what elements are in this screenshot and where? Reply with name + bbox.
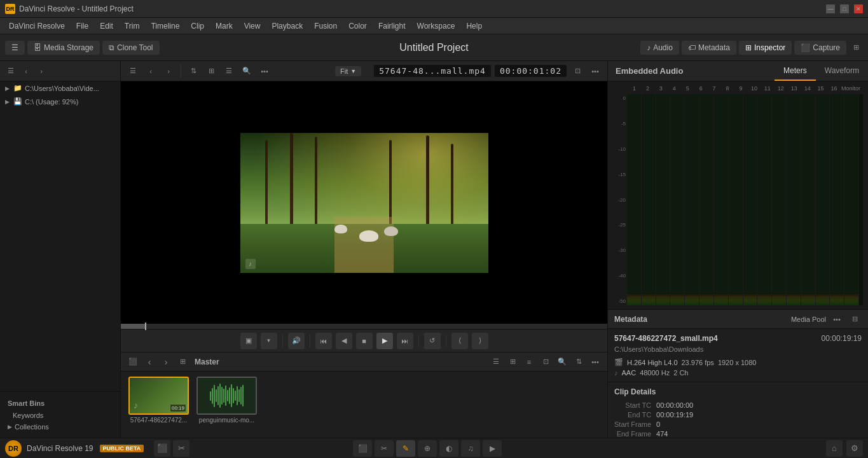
meta-sample-rate: 48000 Hz — [640, 369, 670, 377]
maximize-button[interactable]: □ — [840, 4, 849, 13]
ch10: 10 — [748, 85, 760, 92]
mp-back-btn[interactable]: ‹ — [142, 355, 156, 369]
clone-tool-button[interactable]: ⧉ Clone Tool — [102, 41, 159, 55]
taskbar-settings-icon[interactable]: ⚙ — [846, 440, 863, 457]
menu-edit[interactable]: Edit — [95, 20, 118, 32]
mp-search-icon[interactable]: 🔍 — [555, 355, 569, 369]
capture-button[interactable]: ⬛ Capture — [794, 41, 846, 55]
screen-toggle-button[interactable]: ▣ — [240, 333, 257, 349]
menu-color[interactable]: Color — [343, 20, 372, 32]
taskbar-btn2[interactable]: ✂ — [173, 440, 189, 457]
capture-icon: ⬛ — [801, 43, 810, 52]
minimize-button[interactable]: — — [826, 4, 835, 13]
taskbar-btn1[interactable]: ⬛ — [154, 440, 170, 457]
menu-davinci[interactable]: DaVinci Resolve — [4, 20, 70, 32]
screen-dropdown-icon[interactable]: ▼ — [261, 333, 277, 349]
more-options-icon[interactable]: ••• — [258, 64, 272, 78]
go-to-start-button[interactable]: ⏮ — [315, 333, 332, 349]
mp-view-toggle[interactable]: ⊡ — [539, 355, 553, 369]
ctrl-sep4 — [446, 335, 446, 347]
sort-icon[interactable]: ⇅ — [186, 64, 200, 78]
collections-item[interactable]: ▶ Collections — [0, 421, 120, 433]
preview-layout-icon[interactable]: ☰ — [126, 64, 140, 78]
prev-frame-button[interactable]: ◀ — [336, 333, 352, 349]
tab-meters[interactable]: Meters — [775, 61, 816, 81]
menu-workspace[interactable]: Workspace — [412, 20, 460, 32]
workspace-btn-fusion[interactable]: ⊕ — [418, 440, 437, 457]
menu-fairlight[interactable]: Fairlight — [373, 20, 411, 32]
sidebar-back-button[interactable]: ‹ — [19, 64, 33, 78]
mark-out-button[interactable]: ⟩ — [472, 333, 488, 349]
meta-channels: 2 Ch — [673, 369, 688, 377]
sidebar-toggle-icon[interactable]: ☰ — [4, 64, 18, 78]
go-to-end-button[interactable]: ⏭ — [397, 333, 413, 349]
metadata-collapse-icon[interactable]: ⊟ — [848, 312, 862, 326]
tree-item-videos[interactable]: ▶ 📁 C:\Users\Yobaba\Vide... — [0, 81, 120, 95]
meta-resolution: 1920 x 1080 — [718, 359, 757, 366]
media-pool-label: Media Pool — [791, 316, 826, 323]
menu-file[interactable]: File — [71, 20, 93, 32]
fit-selector[interactable]: Fit ▼ — [335, 66, 361, 76]
menu-playback[interactable]: Playback — [266, 20, 308, 32]
taskbar-app-name: DaVinci Resolve 19 — [27, 444, 93, 453]
meter-ch15 — [830, 94, 844, 305]
ctrl-sep1 — [282, 335, 283, 347]
ch5: 5 — [682, 85, 694, 92]
keywords-link[interactable]: Keywords — [0, 410, 120, 421]
preview-forward-btn[interactable]: › — [162, 64, 176, 78]
menu-clip[interactable]: Clip — [186, 20, 209, 32]
clip-name-audio: penguinmusic-mo... — [199, 417, 254, 424]
workspace-btn-cut[interactable]: ✂ — [375, 440, 394, 457]
mp-more-icon[interactable]: ••• — [588, 355, 602, 369]
close-button[interactable]: ✕ — [854, 4, 863, 13]
mp-grid-icon[interactable]: ⊞ — [506, 355, 520, 369]
taskbar-home-icon[interactable]: ⌂ — [826, 440, 843, 457]
menu-view[interactable]: View — [239, 20, 266, 32]
preview-scrubber[interactable] — [121, 324, 607, 329]
loop-button[interactable]: ↺ — [424, 333, 441, 349]
mp-sidebar-icon[interactable]: ⬛ — [126, 355, 140, 369]
stop-button[interactable]: ■ — [356, 333, 373, 349]
workspace-btn-media[interactable]: ⬛ — [353, 440, 372, 457]
mp-expand-icon[interactable]: ⊞ — [176, 355, 189, 369]
grid-view-icon[interactable]: ⊞ — [204, 64, 218, 78]
tab-waveform[interactable]: Waveform — [816, 61, 868, 81]
workspace-btn-fairlight[interactable]: ♫ — [461, 440, 480, 457]
media-clip-audio[interactable]: penguinmusic-mo... — [196, 377, 257, 424]
list-view-icon[interactable]: ☰ — [222, 64, 236, 78]
panel-toggle-button[interactable]: ☰ — [5, 41, 25, 55]
mp-sort-icon[interactable]: ⇅ — [572, 355, 586, 369]
workspace-btn-edit[interactable]: ✎ — [396, 440, 415, 457]
sidebar-file-tree: ▶ 📁 C:\Users\Yobaba\Vide... ▶ 💾 C:\ (Usa… — [0, 81, 120, 237]
menu-timeline[interactable]: Timeline — [146, 20, 184, 32]
audio-button[interactable]: ♪ Audio — [640, 41, 679, 55]
meta-audio-codec: AAC — [622, 369, 637, 377]
media-storage-button[interactable]: 🗄 Media Storage — [27, 41, 100, 55]
play-button[interactable]: ▶ — [376, 333, 393, 349]
audio-codec-icon: ♪ — [614, 369, 618, 377]
project-title: Untitled Project — [399, 42, 469, 53]
tree-item-drive[interactable]: ▶ 💾 C:\ (Usage: 92%) — [0, 95, 120, 108]
inspector-button[interactable]: ⊞ Inspector — [739, 41, 792, 55]
scale-20: -20 — [613, 197, 626, 203]
menu-trim[interactable]: Trim — [120, 20, 145, 32]
sidebar-forward-button[interactable]: › — [34, 64, 48, 78]
menu-help[interactable]: Help — [461, 20, 487, 32]
mp-detail-icon[interactable]: ≡ — [522, 355, 536, 369]
media-clip-video[interactable]: ♪ 00:19 57647-486227472... — [128, 377, 189, 424]
workspace-btn-color[interactable]: ◐ — [439, 440, 458, 457]
overflow-button[interactable]: ⊞ — [849, 41, 863, 55]
metadata-more-icon[interactable]: ••• — [830, 312, 844, 326]
menu-mark[interactable]: Mark — [210, 20, 238, 32]
menu-fusion[interactable]: Fusion — [309, 20, 342, 32]
clip-info-icon[interactable]: ⊡ — [570, 64, 584, 78]
metadata-button[interactable]: 🏷 Metadata — [682, 41, 736, 55]
search-icon[interactable]: 🔍 — [240, 64, 254, 78]
preview-more-icon[interactable]: ••• — [588, 64, 602, 78]
volume-button[interactable]: 🔊 — [288, 333, 305, 349]
mark-in-button[interactable]: ⟨ — [451, 333, 468, 349]
mp-list-icon[interactable]: ☰ — [489, 355, 503, 369]
mp-forward-btn[interactable]: › — [159, 355, 173, 369]
workspace-btn-deliver[interactable]: ▶ — [483, 440, 502, 457]
preview-back-btn[interactable]: ‹ — [144, 64, 158, 78]
